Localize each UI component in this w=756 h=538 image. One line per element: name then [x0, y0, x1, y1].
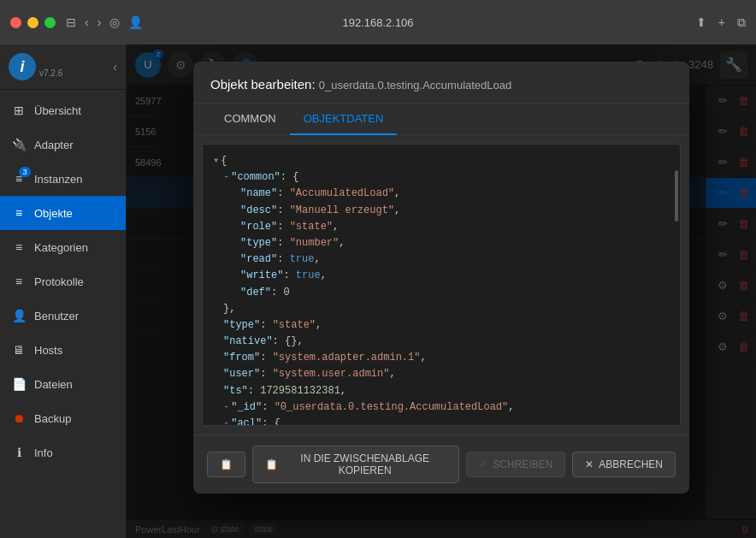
sidebar-nav: ⊞ Übersicht 🔌 Adapter 3 ≡ Instanzen ≡ Ob… [0, 90, 126, 538]
code-line: "name": "AccumulatedLoad", [213, 186, 670, 202]
copy-icon: 📋 [265, 458, 278, 470]
backup-icon: ⏺ [10, 410, 27, 427]
code-line: }, [213, 301, 670, 317]
sidebar-item-kategorien[interactable]: ≡ Kategorien [0, 230, 126, 264]
content-area: U 2 ⚙ 🔧 👤 s, Zustände: 3248 🔧 25977 5156… [127, 44, 756, 538]
add-tab-icon[interactable]: + [718, 15, 725, 29]
objekte-icon: ≡ [10, 204, 27, 222]
sidebar-item-info[interactable]: ℹ Info [0, 435, 126, 470]
code-line: - "acl": { [213, 416, 670, 426]
back-icon[interactable]: ‹ [85, 15, 89, 29]
adapter-icon: 🔌 [10, 136, 27, 153]
code-line: "write": true, [213, 268, 670, 284]
traffic-lights [10, 17, 56, 28]
url-bar[interactable]: 192.168.2.106 [342, 16, 413, 29]
upload-icon[interactable]: ⬆ [696, 15, 706, 29]
sidebar-item-backup[interactable]: ⏺ Backup [0, 401, 126, 435]
sidebar-label-objekte: Objekte [34, 207, 73, 220]
write-button[interactable]: ✓ SCHREIBEN [466, 452, 565, 477]
sidebar-label-backup: Backup [34, 412, 71, 425]
sidebar-item-instanzen[interactable]: 3 ≡ Instanzen [0, 162, 126, 196]
code-line: ▾ { [213, 153, 670, 169]
modal-overlay: Objekt bearbeiten: 0_userdata.0.testing.… [127, 44, 756, 538]
sidebar-item-objekte[interactable]: ≡ Objekte [0, 196, 126, 230]
sidebar-collapse-icon[interactable]: ‹ [113, 60, 117, 74]
close-button[interactable] [10, 17, 21, 28]
sidebar-item-uebersicht[interactable]: ⊞ Übersicht [0, 93, 126, 127]
sidebar-toggle-icon[interactable]: ⊟ [66, 15, 76, 29]
hosts-icon: 🖥 [10, 341, 27, 358]
benutzer-icon: 👤 [10, 307, 27, 324]
modal-dialog: Objekt bearbeiten: 0_userdata.0.testing.… [193, 62, 689, 494]
code-line: "native": {}, [213, 334, 670, 350]
sidebar-label-kategorien: Kategorien [34, 241, 88, 254]
code-line: "ts": 17295811323​81, [213, 383, 670, 399]
expand-icon[interactable]: - [223, 169, 229, 186]
sidebar-item-hosts[interactable]: 🖥 Hosts [0, 333, 126, 367]
check-icon: ✓ [479, 458, 487, 470]
expand-icon[interactable]: ▾ [213, 153, 219, 169]
grid-icon: ⊞ [10, 102, 27, 119]
main-layout: i v7.2.6 ‹ ⊞ Übersicht 🔌 Adapter 3 ≡ Ins… [0, 44, 756, 538]
protokolle-icon: ≡ [10, 273, 27, 290]
sidebar-item-dateien[interactable]: 📄 Dateien [0, 367, 126, 401]
sidebar-label-info: Info [34, 446, 53, 459]
sidebar-label-instanzen: Instanzen [34, 173, 82, 186]
fullscreen-button[interactable] [44, 17, 56, 28]
info-icon: ℹ [10, 444, 27, 461]
dateien-icon: 📄 [10, 375, 27, 393]
code-line: "desc": "Manuell erzeugt", [213, 203, 670, 219]
app-version: v7.2.6 [39, 68, 62, 78]
code-editor[interactable]: ▾ { - "common": { "name": "AccumulatedLo… [202, 144, 681, 426]
sidebar-label-protokolle: Protokolle [34, 275, 84, 288]
instanzen-badge: 3 [19, 167, 31, 177]
modal-footer: 📋 📋 IN DIE ZWISCHENABLAGE KOPIEREN ✓ SCH… [193, 435, 689, 494]
sidebar-label-adapter: Adapter [34, 139, 74, 151]
minimize-button[interactable] [27, 17, 38, 28]
title-bar-right: ⬆ + ⧉ [696, 15, 746, 30]
code-line: - "common": { [213, 169, 670, 186]
code-line: "role": "state", [213, 219, 670, 235]
code-line: "from": "system.adapter.admin.1", [213, 350, 670, 366]
modal-object-id: 0_userdata.0.testing.AccumulatedLoad [319, 79, 512, 92]
expand-icon[interactable]: - [223, 416, 229, 426]
modal-header: Objekt bearbeiten: 0_userdata.0.testing.… [193, 62, 689, 103]
title-bar: ⊟ ‹ › ◎ 👤 192.168.2.106 ⬆ + ⧉ [0, 0, 756, 44]
code-line: "user": "system.user.admin", [213, 366, 670, 382]
code-line: "type": "state", [213, 317, 670, 334]
sidebar-item-benutzer[interactable]: 👤 Benutzer [0, 299, 126, 333]
app-logo: i [9, 53, 36, 80]
nav-controls: ⊟ ‹ › ◎ 👤 [66, 15, 143, 29]
sidebar-label-uebersicht: Übersicht [34, 104, 81, 117]
copy-to-clipboard-button[interactable]: 📋 IN DIE ZWISCHENABLAGE KOPIEREN [252, 446, 459, 483]
code-line: "def": 0 [213, 285, 670, 301]
modal-tabs: COMMON OBJEKTDATEN [193, 103, 689, 135]
sidebar-label-benutzer: Benutzer [34, 310, 79, 322]
modal-body: ▾ { - "common": { "name": "AccumulatedLo… [193, 135, 689, 435]
sidebar: i v7.2.6 ‹ ⊞ Übersicht 🔌 Adapter 3 ≡ Ins… [0, 44, 127, 538]
scrollbar[interactable] [675, 170, 678, 222]
code-line: "read": true, [213, 251, 670, 268]
window-icon[interactable]: ⧉ [737, 15, 746, 30]
sidebar-label-hosts: Hosts [34, 344, 62, 357]
kategorien-icon: ≡ [10, 239, 27, 256]
forward-icon[interactable]: › [97, 15, 102, 29]
expand-icon[interactable]: - [223, 399, 229, 416]
modal-title: Objekt bearbeiten: 0_userdata.0.testing.… [210, 77, 511, 92]
cancel-button[interactable]: ✕ ABBRECHEN [572, 452, 676, 477]
cross-icon: ✕ [585, 458, 594, 470]
sidebar-label-dateien: Dateien [34, 378, 73, 391]
sidebar-item-adapter[interactable]: 🔌 Adapter [0, 127, 126, 162]
paste-button[interactable]: 📋 [207, 452, 245, 477]
sidebar-header: i v7.2.6 ‹ [0, 44, 126, 90]
sidebar-item-protokolle[interactable]: ≡ Protokolle [0, 264, 126, 299]
paste-icon: 📋 [220, 458, 233, 470]
code-line: - "_id": "0_userdata.0.testing.Accumulat… [213, 399, 670, 416]
tab-objektdaten[interactable]: OBJEKTDATEN [290, 103, 398, 135]
code-line: "type": "number", [213, 235, 670, 251]
user-icon[interactable]: 👤 [128, 15, 143, 29]
target-icon[interactable]: ◎ [109, 15, 120, 29]
tab-common[interactable]: COMMON [210, 103, 290, 135]
